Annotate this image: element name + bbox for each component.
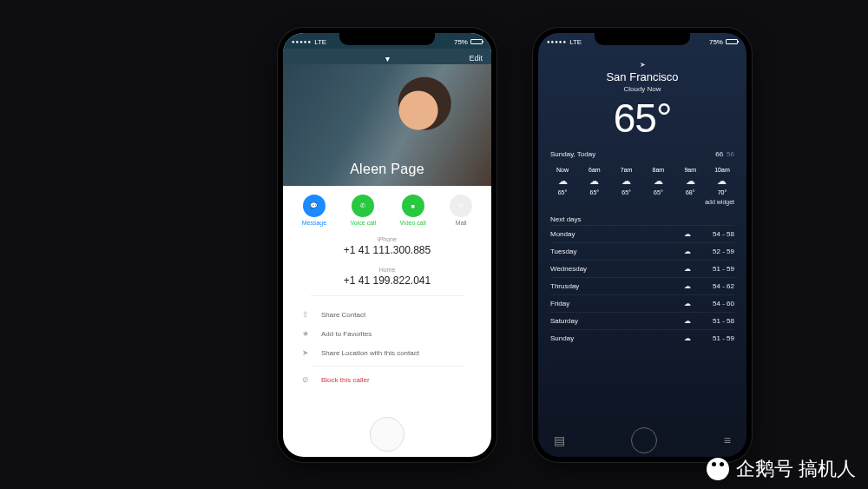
row-label: Share Contact — [321, 311, 365, 319]
daily-forecast[interactable]: Monday☁54 - 58Tuesday☁52 - 59Wednesday☁5… — [538, 225, 746, 347]
weather-condition: Cloudy Now — [538, 85, 746, 93]
day-row: Wednesday☁51 - 59 — [550, 260, 734, 277]
row-label: Add to Favorites — [321, 330, 372, 338]
battery-label: 75% — [454, 38, 468, 46]
video-icon: ■ — [402, 195, 424, 217]
today-header: Sunday, Today 6656 — [538, 147, 746, 162]
hour-column: Now☁65° — [549, 167, 576, 195]
number-label: Home — [283, 267, 491, 273]
weather-temp: 65° — [538, 95, 746, 142]
action-label: Voice call — [351, 220, 377, 226]
share-icon: ⇪ — [302, 310, 312, 319]
notch — [595, 33, 690, 45]
share-contact-row[interactable]: ⇪ Share Contact — [283, 305, 491, 324]
contact-name: Aleen Page — [283, 162, 491, 177]
cloud-icon: ☁ — [708, 175, 736, 187]
home-button[interactable] — [370, 417, 404, 452]
phone-icon: ✆ — [352, 195, 374, 217]
action-label: Message — [302, 220, 326, 226]
hour-column: 8am☁65° — [644, 167, 672, 195]
cloud-icon: ☁ — [679, 317, 696, 325]
star-icon: ★ — [302, 329, 312, 338]
cloud-icon: ☁ — [679, 230, 696, 238]
cloud-icon: ☁ — [679, 282, 696, 290]
location-icon: ➤ — [302, 348, 312, 357]
day-row: Thrusday☁54 - 62 — [550, 277, 734, 294]
row-label: Block this caller — [321, 376, 370, 384]
divider — [311, 366, 464, 367]
day-row: Monday☁54 - 58 — [550, 225, 734, 242]
add-favorites-row[interactable]: ★ Add to Favorites — [283, 324, 491, 343]
action-label: Video call — [400, 220, 426, 226]
cloud-icon: ☁ — [676, 175, 704, 187]
add-widget-link[interactable]: add widget — [538, 197, 746, 210]
battery-icon — [470, 39, 483, 44]
carrier-label: LTE — [569, 38, 582, 46]
contact-actions: 💬 Message ✆ Voice call ■ Video call ✉ Ma… — [283, 186, 491, 231]
phone-number-iphone[interactable]: iPhone +1 41 111.300.885 — [283, 231, 491, 261]
row-label: Share Location with this contact — [321, 349, 419, 357]
weather-header: ➤ San Francisco Cloudy Now 65° — [538, 49, 746, 147]
message-icon: 💬 — [303, 195, 326, 217]
battery-icon — [726, 39, 738, 44]
day-row: Tuesday☁52 - 59 — [550, 242, 734, 260]
hourly-forecast[interactable]: Now☁65°6am☁65°7am☁65°8am☁65°9am☁68°10am☁… — [538, 162, 746, 197]
today-label: Sunday, Today — [550, 150, 595, 158]
cloud-icon: ☁ — [679, 248, 696, 255]
voice-call-button[interactable]: ✆ Voice call — [351, 195, 377, 226]
penguin-icon — [707, 458, 729, 480]
number-value: +1 41 199.822.041 — [283, 274, 491, 287]
block-icon: ⊘ — [302, 375, 312, 384]
day-row: Saturday☁51 - 58 — [550, 312, 734, 329]
cloud-icon: ☁ — [679, 334, 696, 342]
next-days-label: Next days — [538, 210, 746, 225]
watermark: 企鹅号 搞机人 — [707, 456, 856, 482]
list-icon[interactable]: ▤ — [554, 433, 565, 447]
bottom-bar: ▤ ≡ — [538, 424, 746, 457]
cloud-icon: ☁ — [613, 175, 641, 187]
cloud-icon: ☁ — [679, 300, 696, 307]
action-label: Mail — [450, 220, 472, 226]
today-lo: 56 — [727, 150, 734, 158]
watermark-text: 企鹅号 搞机人 — [736, 456, 856, 482]
weather-city: San Francisco — [538, 70, 746, 83]
number-label: iPhone — [283, 236, 491, 242]
hour-column: 7am☁65° — [613, 167, 641, 195]
day-row: Friday☁54 - 60 — [550, 294, 734, 312]
share-location-row[interactable]: ➤ Share Location with this contact — [283, 343, 491, 362]
phone-number-home[interactable]: Home +1 41 199.822.041 — [283, 261, 491, 292]
video-call-button[interactable]: ■ Video call — [400, 195, 426, 226]
hour-column: 6am☁65° — [581, 167, 608, 195]
divider — [311, 295, 464, 296]
home-button[interactable] — [631, 427, 657, 453]
cloud-icon: ☁ — [549, 175, 576, 187]
chevron-down-icon[interactable]: ▾ — [385, 54, 390, 63]
notch — [339, 33, 435, 45]
cloud-icon: ☁ — [679, 265, 696, 273]
cloud-icon: ☁ — [581, 175, 608, 187]
contact-hero: ▾ Edit Aleen Page — [283, 49, 491, 186]
hour-column: 9am☁68° — [676, 167, 704, 195]
edit-button[interactable]: Edit — [469, 54, 483, 63]
signal-icon: ●●●●● — [292, 39, 312, 44]
signal-icon: ●●●●● — [547, 39, 567, 44]
mail-icon: ✉ — [450, 195, 472, 217]
phone-mockup-contact: ●●●●● LTE 9:41 PM 75% ▾ Edit Aleen Page … — [278, 28, 496, 462]
message-button[interactable]: 💬 Message — [302, 195, 326, 226]
block-caller-row[interactable]: ⊘ Block this caller — [283, 370, 491, 389]
number-value: +1 41 111.300.885 — [283, 244, 491, 256]
phone-mockup-weather: ●●●●● LTE 9:41 PM 75% ➤ San Francisco Cl… — [533, 28, 752, 462]
day-row: Sunday☁51 - 59 — [550, 329, 734, 347]
battery-label: 75% — [709, 38, 723, 46]
today-hi: 66 — [715, 150, 723, 158]
cloud-icon: ☁ — [644, 175, 672, 187]
menu-icon[interactable]: ≡ — [724, 433, 731, 447]
mail-button[interactable]: ✉ Mail — [450, 195, 472, 226]
hour-column: 10am☁70° — [708, 167, 736, 195]
location-icon: ➤ — [538, 61, 746, 69]
carrier-label: LTE — [314, 38, 326, 46]
